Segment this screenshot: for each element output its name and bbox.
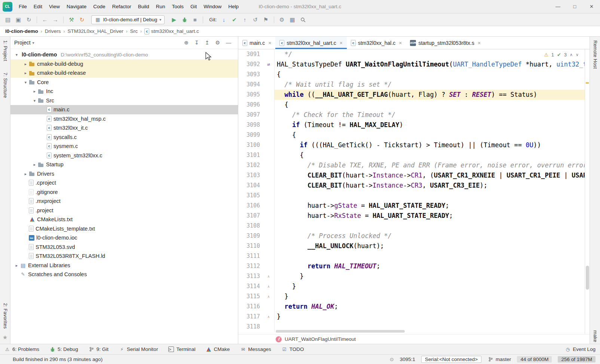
chevron-right-icon[interactable]: ▸: [22, 71, 29, 75]
git-update-button[interactable]: ↓: [219, 15, 229, 24]
toolwindow-event-log[interactable]: ◷Event Log: [565, 346, 596, 352]
tool-button-2-favorites[interactable]: 2: Favorites: [3, 303, 8, 330]
code-line[interactable]: 3104 CLEAR_BIT(huart->Instance->CR3, USA…: [238, 181, 585, 191]
code-line[interactable]: 3096 {: [238, 100, 585, 110]
code-area[interactable]: 3091 */3092⇄HAL_StatusTypeDef UART_WaitO…: [238, 49, 590, 334]
tree-item-project[interactable]: .project: [10, 206, 238, 215]
code-line[interactable]: 3101 {: [238, 150, 585, 160]
back-button[interactable]: ←: [40, 15, 50, 24]
inspections-widget[interactable]: ⚠1 ✔3 ∧ ∨: [542, 51, 581, 58]
tab-startup-stm32l053r8tx-s[interactable]: ASMstartup_stm32l053r8tx.s×: [406, 37, 485, 49]
code-line[interactable]: 3108: [238, 221, 585, 231]
tree-item-cmake-build-release[interactable]: ▸cmake-build-release: [10, 68, 238, 78]
breadcrumb-l0-clion-demo[interactable]: l0-clion-demo: [5, 28, 38, 34]
run-button[interactable]: ▶: [169, 15, 179, 24]
git-branch-widget[interactable]: master: [487, 356, 511, 363]
code-line[interactable]: 3095 while ((__HAL_UART_GET_FLAG(huart, …: [238, 90, 585, 100]
project-settings-button[interactable]: ⚙: [215, 40, 220, 46]
chevron-right-icon[interactable]: ▸: [13, 263, 20, 268]
code-line[interactable]: 3113∧ }: [238, 271, 585, 281]
menu-edit[interactable]: Edit: [30, 0, 46, 13]
gutter-cell[interactable]: 3113∧: [238, 271, 275, 281]
close-tab-icon[interactable]: ×: [268, 40, 271, 46]
next-problem-icon[interactable]: ∨: [576, 52, 579, 57]
chevron-down-icon[interactable]: ▾: [31, 98, 38, 103]
close-tab-icon[interactable]: ×: [399, 40, 402, 46]
code-line[interactable]: 3110 __HAL_UNLOCK(huart);: [238, 241, 585, 251]
gutter-cell[interactable]: 3106: [238, 201, 275, 211]
tool-button-make[interactable]: make: [593, 330, 598, 344]
menu-build[interactable]: Build: [135, 0, 153, 13]
build-button[interactable]: ⚒: [67, 15, 76, 24]
menu-file[interactable]: File: [15, 0, 30, 13]
git-rollback-button[interactable]: ↺: [251, 15, 260, 24]
search-everywhere-button[interactable]: [298, 15, 308, 24]
breadcrumb-src[interactable]: Src: [130, 28, 138, 34]
breadcrumb-stm32l0xx-hal-uart-c[interactable]: cstm32l0xx_hal_uart.c: [144, 28, 199, 34]
gutter-cell[interactable]: 3102: [238, 160, 275, 170]
menu-view[interactable]: View: [46, 0, 63, 13]
tree-item-drivers[interactable]: ▸Drivers: [10, 169, 238, 179]
menu-help[interactable]: Help: [225, 0, 242, 13]
tree-item-core[interactable]: ▾Core: [10, 78, 238, 87]
close-button[interactable]: ✕: [583, 0, 600, 13]
sync-button[interactable]: ↻: [24, 15, 34, 24]
open-button[interactable]: ▤: [3, 15, 13, 24]
gutter-cell[interactable]: 3095: [238, 90, 275, 100]
code-line[interactable]: 3109 /* Process Unlocked */: [238, 231, 585, 241]
toolwindow-9-git[interactable]: 9: Git: [89, 346, 108, 352]
gutter-cell[interactable]: 3100: [238, 140, 275, 150]
tree-item-startup[interactable]: ▸Startup: [10, 160, 238, 169]
tree-item-external-libraries[interactable]: ▸▤External Libraries: [10, 261, 238, 270]
code-line[interactable]: 3117∧}: [238, 312, 585, 322]
tool-button-1-project[interactable]: 1: Project: [3, 40, 8, 63]
tree-item-cproject[interactable]: .cproject: [10, 178, 238, 188]
tree-item-src[interactable]: ▾Src: [10, 96, 238, 105]
editor-vscrollbar[interactable]: [585, 49, 590, 334]
gutter-cell[interactable]: 3096: [238, 100, 275, 110]
editor-hscrollbar[interactable]: [276, 330, 405, 333]
function-breadcrumb[interactable]: UART_WaitOnFlagUntilTimeout: [285, 336, 356, 342]
gutter-cell[interactable]: 3108: [238, 221, 275, 231]
code-line[interactable]: 3107 huart->RxState = HAL_UART_STATE_REA…: [238, 211, 585, 221]
code-line[interactable]: 3100 if (((HAL_GetTick() - Tickstart) > …: [238, 140, 585, 150]
tool-button-remote-host[interactable]: Remote Host: [593, 40, 598, 70]
forward-button[interactable]: →: [50, 15, 60, 24]
gutter-cell[interactable]: 3109: [238, 231, 275, 241]
code-line[interactable]: 3116 return HAL_OK;: [238, 302, 585, 312]
close-tab-icon[interactable]: ×: [340, 40, 343, 46]
gutter-cell[interactable]: 3104: [238, 181, 275, 191]
tree-item-stm32l0xx-it-c[interactable]: cstm32l0xx_it.c: [10, 123, 238, 133]
vscrollbar-thumb[interactable]: [586, 266, 589, 290]
maximize-button[interactable]: □: [566, 0, 583, 13]
toolwindow-serial-monitor[interactable]: ⚡Serial Monitor: [119, 346, 158, 352]
code-line[interactable]: 3092⇄HAL_StatusTypeDef UART_WaitOnFlagUn…: [238, 59, 585, 70]
tree-item-gitignore[interactable]: .gitignore: [10, 188, 238, 197]
tree-item-l0-clion-demo[interactable]: ▾l0-clion-demoD:\work\nrf52_consulting\l…: [10, 50, 238, 59]
memory-indicator[interactable]: 256 of 1987M: [558, 356, 596, 363]
minimize-button[interactable]: —: [550, 0, 566, 13]
gutter-cell[interactable]: 3097: [238, 110, 275, 120]
git-push-button[interactable]: ↑: [240, 15, 250, 24]
toolwindow-5-debug[interactable]: 5: Debug: [50, 346, 78, 352]
reload-cmake-button[interactable]: ↻: [77, 15, 87, 24]
menu-git[interactable]: Git: [187, 0, 200, 13]
gutter-cell[interactable]: 3111: [238, 251, 275, 261]
save-all-button[interactable]: ▣: [13, 15, 23, 24]
code-line[interactable]: 3094 /* Wait until flag is set */: [238, 80, 585, 90]
layout-button[interactable]: ▦: [288, 15, 297, 24]
git-shelve-button[interactable]: ⚑: [261, 15, 271, 24]
chevron-right-icon[interactable]: ▸: [31, 89, 38, 93]
code-line[interactable]: 3102 /* Disable TXE, RXNE, PE and ERR (F…: [238, 160, 585, 170]
git-commit-button[interactable]: ✔: [230, 15, 239, 24]
tree-item-stm32l053r8tx-flash-ld[interactable]: STM32L053R8TX_FLASH.ld: [10, 252, 238, 261]
tree-item-system-stm32l0xx-c[interactable]: csystem_stm32l0xx.c: [10, 151, 238, 160]
caret-position[interactable]: 3095:1: [400, 357, 415, 362]
menu-tools[interactable]: Tools: [168, 0, 187, 13]
toolwindow-6-problems[interactable]: ⚠6: Problems: [4, 346, 39, 352]
scroll-from-source-button[interactable]: ↧: [195, 40, 199, 46]
tree-item-stm32l053-svd[interactable]: STM32L053.svd: [10, 243, 238, 252]
settings-button[interactable]: ⚙: [277, 15, 287, 24]
menu-refactor[interactable]: Refactor: [109, 0, 135, 13]
menu-window[interactable]: Window: [200, 0, 225, 13]
